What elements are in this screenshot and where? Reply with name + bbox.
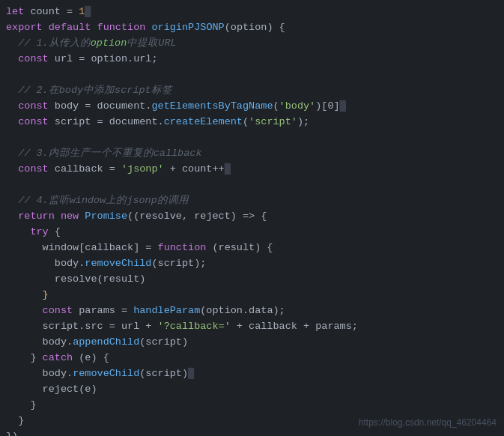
code-line-24: body.removeChild(script)█ [0, 366, 504, 382]
code-line-10: // 3.内部生产一个不重复的callback [0, 146, 504, 162]
code-line-15: try { [0, 225, 504, 240]
code-line-13: // 4.监听window上的jsonp的调用 [0, 193, 504, 209]
code-line-12 [0, 178, 504, 193]
code-line-8: const script = document.createElement('s… [0, 115, 504, 130]
watermark: https://blog.csdn.net/qq_46204464 [359, 416, 497, 430]
code-line-5 [0, 67, 504, 83]
code-line-17: body.removeChild(script); [0, 256, 504, 272]
code-line-1: let count = 1█ [0, 4, 504, 20]
code-line-16: window[callback] = function (result) { [0, 240, 504, 256]
code-line-23: } catch (e) { [0, 351, 504, 366]
code-line-19: } [0, 288, 504, 303]
code-line-28: }) [0, 429, 504, 436]
code-line-2: export default function originPJSONP(opt… [0, 20, 504, 36]
code-line-3: // 1.从传入的option中提取URL [0, 36, 504, 52]
code-line-25: reject(e) [0, 382, 504, 398]
code-line-11: const callback = 'jsonp' + count++█ [0, 162, 504, 178]
code-line-20: const params = handleParam(option.data); [0, 303, 504, 319]
code-line-26: } [0, 398, 504, 414]
code-line-21: script.src = url + '?callback=' + callba… [0, 319, 504, 335]
code-line-7: const body = document.getElementsByTagNa… [0, 99, 504, 115]
code-line-14: return new Promise((resolve, reject) => … [0, 209, 504, 225]
code-line-4: const url = option.url; [0, 52, 504, 67]
code-line-6: // 2.在body中添加script标签 [0, 83, 504, 99]
code-editor: let count = 1█ export default function o… [0, 0, 504, 436]
code-line-18: resolve(result) [0, 272, 504, 288]
code-line-9 [0, 130, 504, 146]
code-line-22: body.appendChild(script) [0, 335, 504, 351]
